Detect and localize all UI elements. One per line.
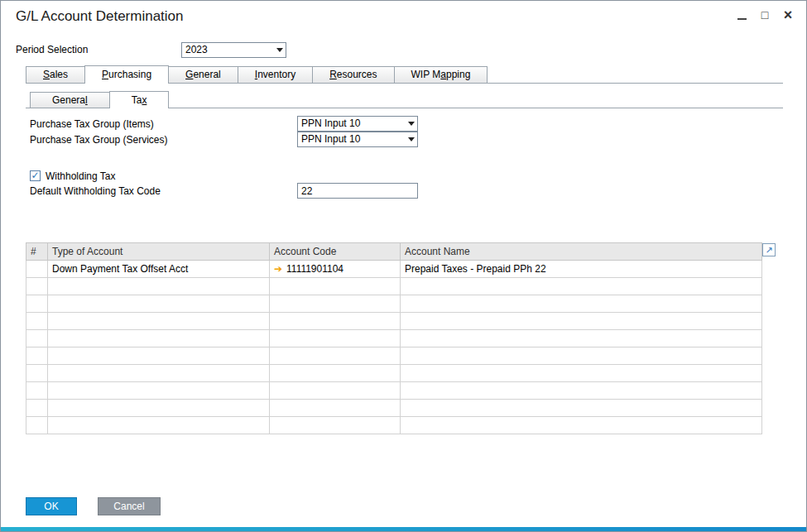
cell-account-code[interactable] [270, 347, 401, 365]
title-bar: G/L Account Determination □ × [1, 1, 806, 31]
period-selection-value: 2023 [182, 43, 274, 57]
table-row[interactable] [26, 365, 762, 382]
cell-num[interactable] [26, 400, 48, 417]
cell-account-name[interactable] [401, 278, 762, 295]
cell-account-code[interactable] [270, 313, 401, 330]
cell-account-code[interactable]: ➔11111901104 [270, 261, 401, 278]
cell-type-of-account[interactable] [48, 417, 270, 434]
withholding-tax-checkbox[interactable]: ✓ [30, 170, 41, 181]
dropdown-arrow-icon [406, 117, 417, 131]
column-header-type-of-account[interactable]: Type of Account [48, 243, 270, 261]
cell-num[interactable] [26, 295, 48, 313]
cell-type-of-account[interactable]: Down Payment Tax Offset Acct [48, 261, 270, 278]
purchase-tax-group-items-row: Purchase Tax Group (Items) PPN Input 10 [30, 116, 418, 132]
period-selection-row: Period Selection 2023 [16, 41, 286, 58]
table-row[interactable]: Down Payment Tax Offset Acct➔11111901104… [26, 261, 762, 278]
withholding-tax-row: ✓ Withholding Tax [30, 168, 116, 184]
cell-account-name[interactable]: Prepaid Taxes - Prepaid PPh 22 [401, 261, 762, 278]
window-title: G/L Account Determination [16, 8, 184, 25]
default-withholding-tax-code-row: Default Withholding Tax Code [30, 183, 418, 199]
link-arrow-icon[interactable]: ➔ [274, 263, 282, 275]
cell-type-of-account[interactable] [48, 278, 270, 295]
gl-account-determination-window: G/L Account Determination □ × Period Sel… [0, 0, 807, 532]
tab-sales[interactable]: Sales [26, 66, 85, 83]
cell-num[interactable] [26, 365, 48, 382]
cell-account-name[interactable] [401, 330, 762, 347]
cell-type-of-account[interactable] [48, 382, 270, 400]
expand-table-icon[interactable]: ↗ [762, 243, 776, 256]
purchase-tax-group-services-value: PPN Input 10 [298, 132, 406, 146]
cancel-button[interactable]: Cancel [98, 497, 161, 515]
cell-account-code[interactable] [270, 278, 401, 295]
default-withholding-tax-code-input[interactable] [297, 183, 418, 199]
cell-account-name[interactable] [401, 417, 762, 434]
cell-account-name[interactable] [401, 313, 762, 330]
cell-type-of-account[interactable] [48, 400, 270, 417]
ok-button[interactable]: OK [26, 497, 77, 515]
cell-type-of-account[interactable] [48, 295, 270, 313]
default-withholding-tax-code-label: Default Withholding Tax Code [30, 185, 297, 197]
cell-type-of-account[interactable] [48, 347, 270, 365]
cell-num[interactable] [26, 417, 48, 434]
subtab-general[interactable]: General [30, 92, 110, 108]
tab-general[interactable]: General [168, 66, 238, 83]
tab-purchasing[interactable]: Purchasing [84, 65, 169, 84]
accounts-table: #Type of AccountAccount CodeAccount Name… [26, 242, 762, 434]
sub-tab-strip: GeneralTax [26, 91, 783, 108]
withholding-tax-label: Withholding Tax [46, 170, 116, 182]
cell-account-code[interactable] [270, 365, 401, 382]
purchase-tax-group-services-label: Purchase Tax Group (Services) [30, 134, 297, 146]
column-header-num[interactable]: # [26, 243, 48, 261]
cell-account-code[interactable] [270, 330, 401, 347]
table-row[interactable] [26, 278, 762, 295]
cell-account-name[interactable] [401, 347, 762, 365]
column-header-account-name[interactable]: Account Name [401, 243, 762, 261]
main-tab-strip: SalesPurchasingGeneralInventoryResources… [26, 65, 783, 84]
cell-account-code[interactable] [270, 382, 401, 400]
cell-account-name[interactable] [401, 295, 762, 313]
cell-num[interactable] [26, 382, 48, 400]
table-row[interactable] [26, 382, 762, 400]
table-row[interactable] [26, 347, 762, 365]
table-row[interactable] [26, 330, 762, 347]
purchase-tax-group-items-label: Purchase Tax Group (Items) [30, 118, 297, 130]
period-selection-label: Period Selection [16, 44, 181, 55]
tab-resources[interactable]: Resources [312, 66, 394, 83]
cell-type-of-account[interactable] [48, 330, 270, 347]
cell-account-code[interactable] [270, 417, 401, 434]
cell-account-code[interactable] [270, 295, 401, 313]
tab-inventory[interactable]: Inventory [238, 66, 313, 83]
minimize-icon[interactable] [735, 7, 748, 22]
table-row[interactable] [26, 295, 762, 313]
dropdown-arrow-icon [274, 43, 286, 57]
close-icon[interactable]: × [781, 7, 795, 22]
cell-account-code[interactable] [270, 400, 401, 417]
cell-type-of-account[interactable] [48, 365, 270, 382]
purchase-tax-group-items-value: PPN Input 10 [298, 117, 406, 131]
cell-account-name[interactable] [401, 400, 762, 417]
column-header-account-code[interactable]: Account Code [270, 243, 401, 261]
maximize-icon[interactable]: □ [758, 7, 771, 22]
window-controls: □ × [735, 7, 795, 22]
table-row[interactable] [26, 313, 762, 330]
table-row[interactable] [26, 417, 762, 434]
accounts-grid-container: #Type of AccountAccount CodeAccount Name… [26, 242, 762, 434]
purchase-tax-group-services-row: Purchase Tax Group (Services) PPN Input … [30, 132, 418, 147]
cell-num[interactable] [26, 347, 48, 365]
cell-num[interactable] [26, 313, 48, 330]
table-header-row: #Type of AccountAccount CodeAccount Name [26, 243, 762, 261]
tab-wip-mapping[interactable]: WIP Mapping [394, 66, 488, 83]
account-code-value: 11111901104 [286, 263, 343, 275]
subtab-tax[interactable]: Tax [109, 91, 170, 108]
cell-account-name[interactable] [401, 365, 762, 382]
cell-num[interactable] [26, 330, 48, 347]
cell-account-name[interactable] [401, 382, 762, 400]
cell-type-of-account[interactable] [48, 313, 270, 330]
table-row[interactable] [26, 400, 762, 417]
cell-num[interactable] [26, 278, 48, 295]
period-selection-dropdown[interactable]: 2023 [181, 42, 286, 58]
purchase-tax-group-items-dropdown[interactable]: PPN Input 10 [297, 116, 418, 132]
window-bottom-accent [1, 527, 806, 531]
purchase-tax-group-services-dropdown[interactable]: PPN Input 10 [297, 132, 418, 147]
cell-num[interactable] [26, 261, 48, 278]
